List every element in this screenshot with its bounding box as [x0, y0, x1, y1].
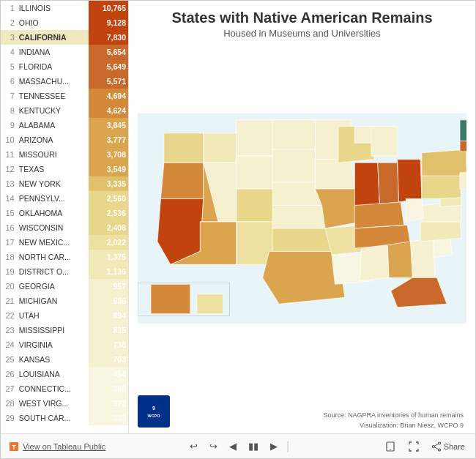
svg-marker-16: [272, 228, 335, 251]
redo-button[interactable]: ↪: [207, 439, 220, 453]
rank-cell: 21: [1, 294, 17, 308]
table-row: 12TEXAS3,549: [1, 162, 128, 176]
share-button[interactable]: Share: [428, 440, 468, 453]
value-cell: 3,335: [89, 176, 128, 191]
value-cell: 3,845: [89, 118, 128, 133]
svg-marker-32: [387, 242, 412, 277]
svg-text:9: 9: [152, 406, 155, 411]
tableau-icon: T: [8, 441, 20, 452]
source-area: Source: NAGPRA inventories of human rema…: [176, 409, 466, 430]
svg-marker-25: [354, 163, 379, 205]
svg-marker-46: [151, 284, 190, 313]
value-cell: 2,408: [89, 220, 128, 235]
fullscreen-button[interactable]: [405, 439, 423, 454]
table-row: 1ILLINOIS10,765: [1, 1, 128, 15]
svg-marker-42: [460, 173, 466, 189]
svg-marker-12: [272, 120, 315, 149]
rank-cell: 25: [1, 352, 17, 367]
rank-cell: 15: [1, 206, 17, 220]
table-row: 23MISSISSIPPI835: [1, 323, 128, 337]
state-cell: ILLINOIS: [17, 1, 89, 15]
state-cell: DISTRICT O...: [17, 264, 89, 279]
forward-button[interactable]: ▶: [267, 439, 280, 453]
table-row: 29SOUTH CAR...333: [1, 411, 128, 425]
rank-cell: 14: [1, 191, 17, 206]
table-row: 5FLORIDA5,649: [1, 59, 128, 74]
svg-line-60: [434, 447, 438, 449]
value-cell: 2,536: [89, 206, 128, 220]
bottom-toolbar: T View on Tableau Public ↩ ↪ ◀ ▮▮ ▶ |: [1, 433, 475, 458]
bottom-section: 9 WCPO Source: NAGPRA inventories of hum…: [138, 394, 466, 430]
rank-cell: 29: [1, 411, 17, 425]
back-button[interactable]: ◀: [226, 439, 239, 453]
view-tableau-label[interactable]: View on Tableau Public: [23, 442, 105, 451]
state-cell: GEORGIA: [17, 279, 89, 294]
rank-cell: 3: [1, 30, 17, 45]
table-row: 19DISTRICT O...1,136: [1, 264, 128, 279]
svg-marker-28: [371, 127, 398, 156]
tableau-link-area[interactable]: T View on Tableau Public: [8, 441, 161, 452]
svg-point-56: [438, 442, 440, 444]
svg-marker-41: [440, 198, 461, 207]
svg-marker-47: [197, 294, 223, 314]
state-cell: OKLAHOMA: [17, 206, 89, 220]
rank-cell: 18: [1, 250, 17, 264]
rank-cell: 2: [1, 15, 17, 30]
table-row: 8KENTUCKY4,624: [1, 103, 128, 118]
map-area: [138, 43, 466, 394]
svg-point-58: [438, 449, 440, 451]
state-cell: TEXAS: [17, 162, 89, 176]
table-row: 21MICHIGAN936: [1, 294, 128, 308]
svg-marker-27: [398, 160, 422, 202]
svg-text:T: T: [12, 444, 16, 451]
rank-cell: 4: [1, 45, 17, 59]
value-cell: 454: [89, 367, 128, 381]
rank-cell: 20: [1, 279, 17, 294]
data-table-section: 1ILLINOIS10,7652OHIO9,1283CALIFORNIA7,83…: [1, 1, 129, 433]
toolbar-right: Share: [315, 439, 468, 454]
state-cell: KANSAS: [17, 352, 89, 367]
state-cell: MISSOURI: [17, 147, 89, 162]
svg-marker-40: [422, 149, 466, 176]
share-label: Share: [444, 442, 465, 451]
table-row: 24VIRGINIA738: [1, 337, 128, 352]
svg-marker-39: [422, 173, 461, 199]
rank-cell: 17: [1, 235, 17, 250]
value-cell: 738: [89, 337, 128, 352]
svg-marker-38: [406, 199, 423, 222]
state-cell: MASSACHU...: [17, 74, 89, 89]
state-cell: VIRGINIA: [17, 337, 89, 352]
state-cell: CONNECTIC...: [17, 381, 89, 396]
rank-cell: 26: [1, 367, 17, 381]
rank-cell: 22: [1, 308, 17, 323]
table-row: 2OHIO9,128: [1, 15, 128, 30]
state-cell: LOUISIANA: [17, 367, 89, 381]
rank-cell: 6: [1, 74, 17, 89]
svg-marker-26: [378, 163, 399, 205]
svg-marker-29: [354, 202, 404, 228]
table-row: 22UTAH894: [1, 308, 128, 323]
table-row: 17NEW MEXIC...2,022: [1, 235, 128, 250]
table-row: 26LOUISIANA454: [1, 367, 128, 381]
table-row: 10ARIZONA3,777: [1, 133, 128, 147]
device-button[interactable]: [382, 439, 399, 454]
svg-line-59: [434, 444, 438, 446]
rankings-table: 1ILLINOIS10,7652OHIO9,1283CALIFORNIA7,83…: [1, 1, 128, 425]
pause-button[interactable]: ▮▮: [245, 439, 261, 453]
table-row: 27CONNECTIC...386: [1, 381, 128, 396]
table-row: 20GEORGIA957: [1, 279, 128, 294]
value-cell: 835: [89, 323, 128, 337]
value-cell: 386: [89, 381, 128, 396]
undo-button[interactable]: ↩: [187, 439, 201, 453]
rank-cell: 8: [1, 103, 17, 118]
value-cell: 3,708: [89, 147, 128, 162]
value-cell: 2,560: [89, 191, 128, 206]
state-cell: WEST VIRG...: [17, 396, 89, 411]
state-cell: OHIO: [17, 15, 89, 30]
rank-cell: 5: [1, 59, 17, 74]
svg-marker-19: [315, 160, 354, 189]
rank-cell: 23: [1, 323, 17, 337]
rank-cell: 28: [1, 396, 17, 411]
rank-cell: 13: [1, 176, 17, 191]
table-row: 28WEST VIRG...372: [1, 396, 128, 411]
